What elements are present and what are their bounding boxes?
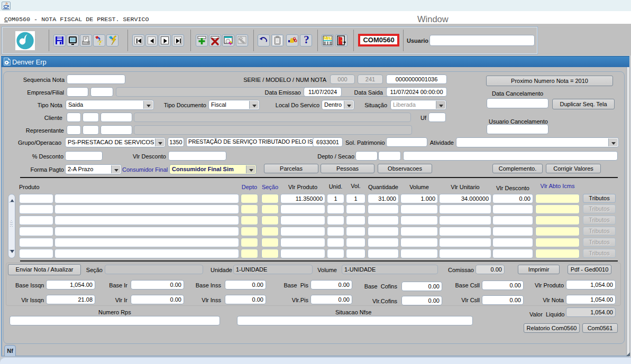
svg-text:?: ? <box>98 39 102 46</box>
svg-text:Menu: Menu <box>324 35 332 41</box>
